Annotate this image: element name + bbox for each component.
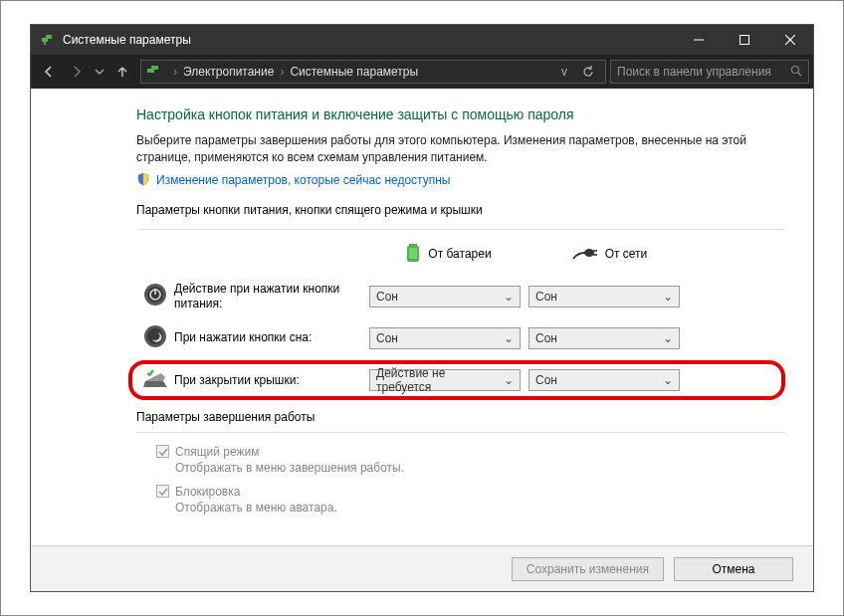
plug-icon [569,245,597,264]
change-unavailable-settings-link[interactable]: Изменение параметров, которые сейчас нед… [156,173,451,187]
page-title: Настройка кнопок питания и включение защ… [136,106,785,122]
page-instructions: Выберите параметры завершения работы для… [136,132,785,166]
close-button[interactable] [767,25,813,55]
sleep-button-ac-select[interactable]: Сон ⌄ [528,327,680,349]
svg-rect-2 [44,42,46,45]
breadcrumb-seg2[interactable]: Системные параметры [290,65,418,79]
lid-close-ac-select[interactable]: Сон ⌄ [528,369,680,391]
sleep-button-label: При нажатии кнопки сна: [174,330,369,344]
sleep-mode-label: Спящий режим [175,445,259,459]
svg-rect-8 [151,66,158,70]
sleep-button-battery-select[interactable]: Сон ⌄ [369,327,521,349]
recent-locations-button[interactable] [91,58,108,86]
address-dropdown-icon[interactable]: v [561,65,567,79]
ac-column-label: От сети [605,247,648,261]
power-button-battery-select[interactable]: Сон ⌄ [369,286,521,308]
row-sleep-button: При нажатии кнопки сна: Сон ⌄ Сон ⌄ [136,322,785,354]
chevron-down-icon: ⌄ [504,331,514,345]
lock-label: Блокировка [175,485,240,499]
app-icon [39,32,55,48]
cancel-button[interactable]: Отмена [674,557,793,581]
chevron-down-icon: ⌄ [663,290,673,304]
power-button-ac-select[interactable]: Сон ⌄ [528,286,680,308]
svg-point-14 [584,249,594,257]
power-button-icon [143,283,167,309]
sleep-mode-option: Спящий режим Отображать в меню завершени… [156,445,785,475]
search-input[interactable]: Поиск в панели управления [610,60,809,84]
power-plan-icon [145,64,161,80]
window-title: Системные параметры [63,33,676,47]
battery-icon [406,242,420,267]
lock-checkbox[interactable] [156,485,169,498]
row-power-button: Действие при нажатии кнопки питания: Сон… [136,281,785,312]
sleep-button-icon [143,324,167,351]
back-button[interactable] [35,58,63,86]
content-area: Настройка кнопок питания и включение защ… [31,89,813,545]
sleep-mode-desc: Отображать в меню завершения работы. [175,461,785,475]
svg-rect-1 [46,35,52,39]
lid-close-battery-select[interactable]: Действие не требуется ⌄ [369,369,521,391]
shutdown-settings-title: Параметры завершения работы [136,410,785,424]
search-placeholder: Поиск в панели управления [617,65,790,79]
refresh-button[interactable] [575,65,601,79]
search-icon [790,65,802,80]
svg-line-10 [798,73,801,76]
battery-column-label: От батареи [428,247,491,261]
svg-point-9 [792,66,799,73]
minimize-button[interactable] [676,25,722,55]
maximize-button[interactable] [722,25,767,55]
chevron-down-icon: ⌄ [504,373,514,387]
section-title: Параметры кнопки питания, кнопки спящего… [136,203,785,217]
save-button[interactable]: Сохранить изменения [512,557,664,581]
sleep-mode-checkbox[interactable] [156,445,169,458]
forward-button[interactable] [63,58,91,86]
lock-desc: Отображать в меню аватара. [175,501,785,514]
row-lid-close-highlighted: При закрытии крышки: Действие не требует… [128,360,785,400]
svg-rect-13 [409,248,417,259]
columns-header: От батареи От сети [136,242,785,267]
navbar: › Электропитание › Системные параметры v… [31,55,813,89]
lock-option: Блокировка Отображать в меню аватара. [156,485,785,514]
chevron-down-icon: ⌄ [504,290,514,304]
breadcrumb-seg1[interactable]: Электропитание [183,65,274,79]
up-button[interactable] [108,58,136,86]
titlebar: Системные параметры [31,25,813,55]
address-bar[interactable]: › Электропитание › Системные параметры v [140,60,606,84]
power-button-label: Действие при нажатии кнопки питания: [174,282,369,310]
footer: Сохранить изменения Отмена [31,545,813,591]
lid-close-label: При закрытии крышки: [174,373,369,387]
chevron-down-icon: ⌄ [663,373,673,387]
breadcrumb-separator: › [280,65,284,79]
breadcrumb-separator: › [173,65,177,79]
svg-rect-4 [740,36,749,45]
divider [136,229,785,230]
divider [136,432,785,433]
chevron-down-icon: ⌄ [663,331,673,345]
shield-icon [136,172,150,189]
laptop-lid-icon [141,367,169,392]
